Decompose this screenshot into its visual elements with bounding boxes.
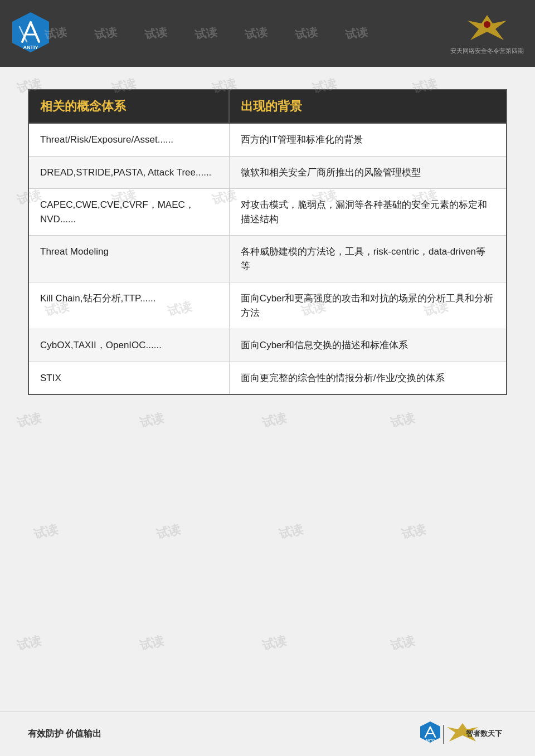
svg-text:智者数天下: 智者数天下 [465, 729, 503, 738]
page-header: ANTIY 试读 试读 试读 试读 试读 试读 试读 安天网络安全冬令营第四期 [0, 0, 535, 67]
table-row: Threat/Risk/Exposure/Asset......西方的IT管理和… [28, 123, 507, 156]
header-watermarks: 试读 试读 试读 试读 试读 试读 试读 [45, 0, 468, 67]
table-cell-background: 各种威胁建模的方法论，工具，risk-centric，data-driven等等 [229, 236, 507, 282]
table-cell-background: 微软和相关安全厂商所推出的风险管理模型 [229, 156, 507, 189]
table-cell-background: 面向Cyber和信息交换的描述和标准体系 [229, 329, 507, 362]
svg-text:ANTIY: ANTIY [425, 739, 435, 742]
concept-table: 相关的概念体系 出现的背景 Threat/Risk/Exposure/Asset… [28, 89, 507, 395]
table-row: CybOX,TAXII，OpenIOC......面向Cyber和信息交换的描述… [28, 329, 507, 362]
table-row: CAPEC,CWE,CVE,CVRF，MAEC，NVD......对攻击模式，脆… [28, 189, 507, 236]
table-cell-concept: Threat/Risk/Exposure/Asset...... [28, 123, 229, 156]
page-footer: 有效防护 价值输出 ANTIY 智者数天下 [0, 711, 535, 756]
table-cell-concept: Threat Modeling [28, 236, 229, 282]
table-row: Threat Modeling各种威胁建模的方法论，工具，risk-centri… [28, 236, 507, 282]
table-header-col2: 出现的背景 [229, 90, 507, 123]
table-cell-concept: CAPEC,CWE,CVE,CVRF，MAEC，NVD...... [28, 189, 229, 236]
svg-text:ANTIY: ANTIY [23, 45, 38, 50]
footer-brand: ANTIY 智者数天下 [418, 720, 507, 748]
table-cell-concept: Kill Chain,钻石分析,TTP...... [28, 282, 229, 329]
table-header-col1: 相关的概念体系 [28, 90, 229, 123]
table-cell-concept: CybOX,TAXII，OpenIOC...... [28, 329, 229, 362]
main-content: 相关的概念体系 出现的背景 Threat/Risk/Exposure/Asset… [0, 67, 535, 711]
table-cell-background: 面向Cyber和更高强度的攻击和对抗的场景的分析工具和分析方法 [229, 282, 507, 329]
table-row: STIX面向更完整的综合性的情报分析/作业/交换的体系 [28, 362, 507, 394]
table-row: DREAD,STRIDE,PASTA, Attack Tree......微软和… [28, 156, 507, 189]
footer-slogan: 有效防护 价值输出 [28, 728, 101, 740]
table-row: Kill Chain,钻石分析,TTP......面向Cyber和更高强度的攻击… [28, 282, 507, 329]
svg-point-7 [484, 21, 490, 28]
table-cell-concept: STIX [28, 362, 229, 394]
table-cell-background: 西方的IT管理和标准化的背景 [229, 123, 507, 156]
table-cell-background: 面向更完整的综合性的情报分析/作业/交换的体系 [229, 362, 507, 394]
table-cell-background: 对攻击模式，脆弱点，漏洞等各种基础的安全元素的标定和描述结构 [229, 189, 507, 236]
table-cell-concept: DREAD,STRIDE,PASTA, Attack Tree...... [28, 156, 229, 189]
